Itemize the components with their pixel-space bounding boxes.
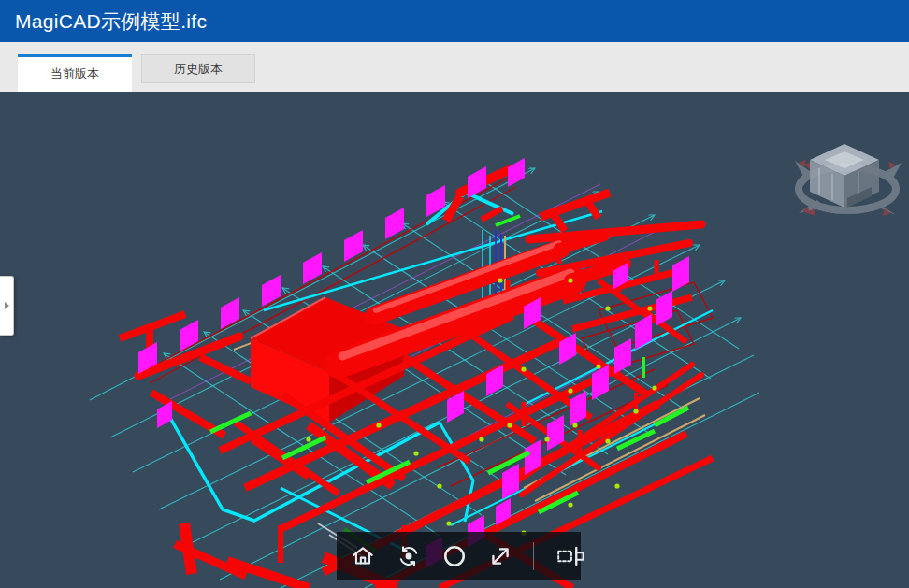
tab-strip: 当前版本 历史版本 bbox=[0, 42, 909, 92]
home-button[interactable] bbox=[350, 543, 376, 569]
panel-expand-handle[interactable] bbox=[0, 276, 14, 336]
fullscreen-icon bbox=[488, 544, 512, 568]
tab-history-version[interactable]: 历史版本 bbox=[141, 54, 255, 83]
circle-icon bbox=[442, 544, 467, 568]
tab-current-version[interactable]: 当前版本 bbox=[18, 54, 132, 92]
viewer-toolbar bbox=[337, 532, 581, 580]
orbit-icon bbox=[397, 544, 421, 568]
home-icon bbox=[351, 544, 375, 568]
bim-model-canvas bbox=[0, 92, 909, 588]
chevron-right-icon bbox=[5, 302, 9, 309]
title-bar: MagiCAD示例模型.ifc bbox=[0, 0, 909, 42]
orbit-button[interactable] bbox=[396, 543, 422, 569]
section-plane-icon bbox=[556, 544, 589, 568]
select-circle-button[interactable] bbox=[441, 543, 468, 569]
toolbar-divider bbox=[533, 542, 534, 570]
view-cube[interactable] bbox=[791, 140, 909, 230]
section-plane-button[interactable] bbox=[554, 543, 590, 569]
view-cube-house bbox=[810, 144, 879, 208]
model-viewport[interactable] bbox=[0, 92, 909, 588]
fullscreen-button[interactable] bbox=[487, 543, 513, 569]
page-title: MagiCAD示例模型.ifc bbox=[0, 8, 207, 35]
